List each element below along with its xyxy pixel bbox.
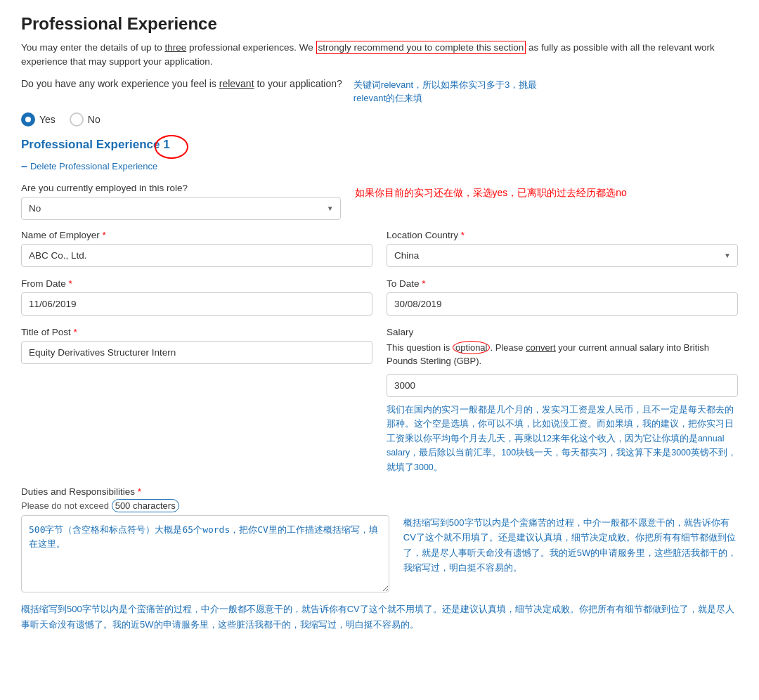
location-col: Location Country * China xyxy=(387,230,738,267)
salary-input[interactable] xyxy=(387,374,738,397)
from-date-required: * xyxy=(69,278,72,289)
salary-label: Salary xyxy=(387,327,738,337)
radio-group: Yes No xyxy=(21,112,738,127)
title-label: Title of Post * xyxy=(21,327,372,337)
intro-paragraph: You may enter the details of up to three… xyxy=(21,41,738,70)
duties-section: Duties and Responsibilities * Please do … xyxy=(21,486,738,595)
location-select-wrapper: China xyxy=(387,244,738,267)
to-date-input[interactable] xyxy=(387,292,738,316)
employed-label: Are you currently employed in this role? xyxy=(21,183,341,193)
chars-circle: 500 characters xyxy=(112,499,179,512)
optional-circle: optional xyxy=(453,341,491,354)
from-date-label: From Date * xyxy=(21,278,372,289)
to-date-required: * xyxy=(422,278,425,289)
radio-yes-circle xyxy=(21,112,35,127)
duties-row: 500字节（含空格和标点符号）大概是65个words，把你CV里的工作描述概括缩… xyxy=(21,515,738,595)
employed-col: Are you currently employed in this role?… xyxy=(21,183,341,220)
from-date-input[interactable] xyxy=(21,292,372,316)
radio-no-circle xyxy=(70,112,84,127)
page-title: Professional Experience xyxy=(21,14,738,34)
intro-part2: professional experiences. We xyxy=(186,42,316,53)
work-question-text: Do you have any work experience you feel… xyxy=(21,78,342,89)
delete-link[interactable]: – Delete Professional Experience xyxy=(21,160,738,173)
duties-hint: Please do not exceed 500 characters xyxy=(21,500,738,511)
radio-yes-label: Yes xyxy=(39,114,56,125)
employed-select[interactable]: No Yes xyxy=(21,197,341,220)
employer-label: Name of Employer * xyxy=(21,230,372,240)
duties-required: * xyxy=(138,486,141,497)
to-date-col: To Date * xyxy=(387,278,738,316)
salary-chinese-tip: 我们在国内的实习一般都是几个月的，发实习工资是发人民币，且不一定是每天都去的那种… xyxy=(387,403,738,475)
from-date-col: From Date * xyxy=(21,278,372,316)
bottom-annotation: 概括缩写到500字节以内是个蛮痛苦的过程，中介一般都不愿意干的，就告诉你有CV了… xyxy=(21,602,738,633)
duties-left: 500字节（含空格和标点符号）大概是65个words，把你CV里的工作描述概括缩… xyxy=(21,515,389,595)
radio-no-label: No xyxy=(88,114,100,125)
experience-title: Professional Experience 1 xyxy=(21,138,170,152)
radio-yes[interactable]: Yes xyxy=(21,112,56,127)
employer-location-row: Name of Employer * Location Country * Ch… xyxy=(21,230,738,267)
employed-tip: 如果你目前的实习还在做，采选yes，已离职的过去经历都选no xyxy=(355,183,738,220)
title-col: Title of Post * xyxy=(21,327,372,475)
duties-textarea[interactable]: 500字节（含空格和标点符号）大概是65个words，把你CV里的工作描述概括缩… xyxy=(21,515,389,592)
duties-label: Duties and Responsibilities * xyxy=(21,486,738,497)
radio-no[interactable]: No xyxy=(70,112,100,127)
employed-select-wrapper: No Yes xyxy=(21,197,341,220)
salary-col: Salary This question is optional. Please… xyxy=(387,327,738,475)
title-required: * xyxy=(74,327,77,337)
intro-highlighted: strongly recommend you to complete this … xyxy=(316,41,526,54)
employer-input[interactable] xyxy=(21,244,372,267)
duties-right-tip: 概括缩写到500字节以内是个蛮痛苦的过程，中介一般都不愿意干的，就告诉你有CV了… xyxy=(403,515,738,595)
work-question-row: Do you have any work experience you feel… xyxy=(21,78,738,105)
employed-row: Are you currently employed in this role?… xyxy=(21,183,738,220)
employer-required: * xyxy=(103,230,106,240)
intro-part1: You may enter the details of up to xyxy=(21,42,164,53)
location-required: * xyxy=(461,230,465,240)
dates-row: From Date * To Date * xyxy=(21,278,738,316)
location-select[interactable]: China xyxy=(387,244,738,267)
salary-tip: This question is optional. Please conver… xyxy=(387,341,738,368)
location-label: Location Country * xyxy=(387,230,738,240)
employer-col: Name of Employer * xyxy=(21,230,372,267)
to-date-label: To Date * xyxy=(387,278,738,289)
title-input[interactable] xyxy=(21,341,372,364)
chinese-tip: 关键词relevant，所以如果你实习多于3，挑最 relevant的仨来填 xyxy=(353,78,537,105)
title-salary-row: Title of Post * Salary This question is … xyxy=(21,327,738,475)
intro-three: three xyxy=(164,42,186,53)
experience-title-wrapper: Professional Experience 1 xyxy=(21,138,170,156)
